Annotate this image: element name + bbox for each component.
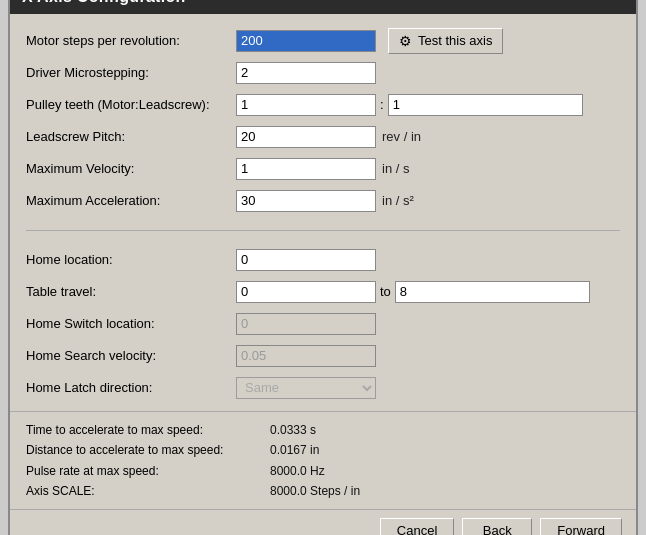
title-bar: X Axis Configuration [10,0,636,14]
info-scale-value: 8000.0 Steps / in [270,481,360,501]
driver-micro-label: Driver Microstepping: [26,65,236,80]
home-switch-input[interactable] [236,313,376,335]
table-travel-label: Table travel: [26,284,236,299]
home-switch-row: Home Switch location: [26,311,620,337]
home-search-row: Home Search velocity: [26,343,620,369]
cancel-button[interactable]: Cancel [380,518,454,535]
info-accel-dist: Distance to accelerate to max speed: 0.0… [26,440,620,460]
back-button[interactable]: Back [462,518,532,535]
driver-micro-input[interactable] [236,62,376,84]
pulley-input-1[interactable] [236,94,376,116]
max-vel-row: Maximum Velocity: in / s [26,156,620,182]
driver-micro-row: Driver Microstepping: [26,60,620,86]
home-loc-label: Home location: [26,252,236,267]
info-accel-time: Time to accelerate to max speed: 0.0333 … [26,420,620,440]
info-pulse: Pulse rate at max speed: 8000.0 Hz [26,461,620,481]
info-scale: Axis SCALE: 8000.0 Steps / in [26,481,620,501]
info-pulse-label: Pulse rate at max speed: [26,461,266,481]
pulley-separator: : [380,97,384,112]
travel-inputs: to [236,281,590,303]
table-travel-input-1[interactable] [236,281,376,303]
section-divider [26,230,620,231]
info-pulse-value: 8000.0 Hz [270,461,325,481]
max-accel-label: Maximum Acceleration: [26,193,236,208]
leadscrew-label: Leadscrew Pitch: [26,129,236,144]
dialog-title: X Axis Configuration [22,0,186,5]
max-vel-label: Maximum Velocity: [26,161,236,176]
info-accel-time-label: Time to accelerate to max speed: [26,420,266,440]
home-loc-input[interactable] [236,249,376,271]
table-travel-input-2[interactable] [395,281,590,303]
main-section: Motor steps per revolution: ⚙ Test this … [26,28,620,401]
motor-steps-input[interactable] [236,30,376,52]
max-accel-row: Maximum Acceleration: in / s² [26,188,620,214]
info-scale-label: Axis SCALE: [26,481,266,501]
home-latch-label: Home Latch direction: [26,380,236,395]
to-label: to [380,284,391,299]
test-axis-button[interactable]: ⚙ Test this axis [388,28,503,54]
info-accel-dist-label: Distance to accelerate to max speed: [26,440,266,460]
pulley-label: Pulley teeth (Motor:Leadscrew): [26,97,236,112]
max-accel-unit: in / s² [382,193,414,208]
gear-icon: ⚙ [399,33,412,49]
pulley-row: Pulley teeth (Motor:Leadscrew): : [26,92,620,118]
leadscrew-unit: rev / in [382,129,421,144]
home-latch-select[interactable]: Same Opposite [236,377,376,399]
home-search-input[interactable] [236,345,376,367]
content-area: Motor steps per revolution: ⚙ Test this … [10,14,636,411]
motor-steps-label: Motor steps per revolution: [26,33,236,48]
home-search-label: Home Search velocity: [26,348,236,363]
info-accel-dist-value: 0.0167 in [270,440,319,460]
pulley-inputs: : [236,94,583,116]
table-travel-row: Table travel: to [26,279,620,305]
home-switch-label: Home Switch location: [26,316,236,331]
dialog-window: X Axis Configuration Motor steps per rev… [8,0,638,535]
button-bar: Cancel Back Forward [10,509,636,535]
max-accel-input[interactable] [236,190,376,212]
test-axis-label: Test this axis [418,33,492,48]
home-loc-row: Home location: [26,247,620,273]
leadscrew-input[interactable] [236,126,376,148]
max-vel-unit: in / s [382,161,409,176]
pulley-input-2[interactable] [388,94,583,116]
forward-button[interactable]: Forward [540,518,622,535]
leadscrew-row: Leadscrew Pitch: rev / in [26,124,620,150]
home-latch-row: Home Latch direction: Same Opposite [26,375,620,401]
max-vel-input[interactable] [236,158,376,180]
motor-steps-row: Motor steps per revolution: ⚙ Test this … [26,28,620,54]
info-accel-time-value: 0.0333 s [270,420,316,440]
info-section: Time to accelerate to max speed: 0.0333 … [10,411,636,510]
